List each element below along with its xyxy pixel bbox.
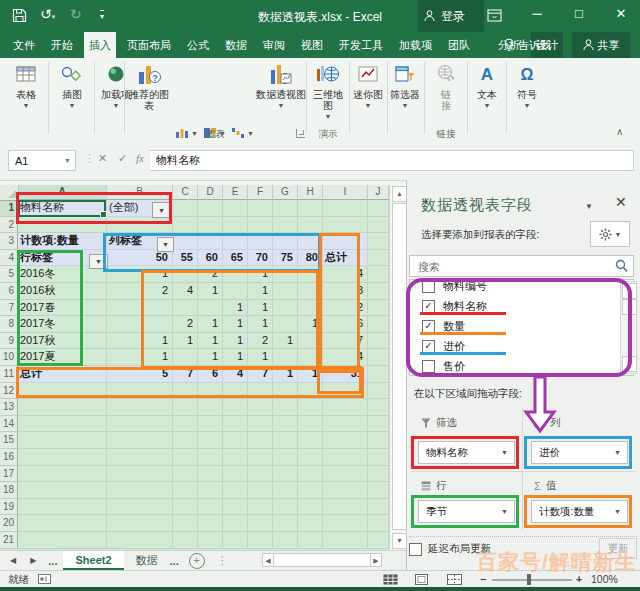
cell-C17[interactable]: [173, 466, 198, 483]
panel-options-caret-icon[interactable]: ▼: [585, 202, 593, 211]
cell-C9[interactable]: 1: [173, 333, 198, 350]
scroll-left-icon[interactable]: ◀: [262, 553, 274, 567]
cell-I16[interactable]: [323, 449, 368, 466]
cell-H13[interactable]: [298, 399, 323, 416]
filter-b1-dropdown-icon[interactable]: ▼: [152, 202, 171, 218]
cell-G18[interactable]: [273, 482, 298, 499]
cell-J2[interactable]: [368, 217, 389, 234]
cell-E19[interactable]: [223, 499, 248, 516]
cell-I10[interactable]: 4: [323, 349, 368, 366]
cell-E18[interactable]: [223, 482, 248, 499]
tab-overflow-left[interactable]: ...: [48, 555, 57, 567]
text-button[interactable]: A 文本▼: [470, 61, 504, 135]
cell-G16[interactable]: [273, 449, 298, 466]
cell-I7[interactable]: 2: [323, 300, 368, 317]
collapse-ribbon-icon[interactable]: ∧: [616, 126, 623, 137]
cell-I6[interactable]: 8: [323, 283, 368, 300]
cell-H11[interactable]: 1: [298, 366, 323, 383]
cell-J15[interactable]: [368, 432, 389, 449]
name-box-caret-icon[interactable]: ▼: [64, 157, 71, 164]
row-header-21[interactable]: 21: [0, 532, 18, 549]
cell-F14[interactable]: [248, 416, 273, 433]
column-header-H[interactable]: H: [298, 185, 323, 200]
ribbon-tab-3[interactable]: 插入: [84, 32, 116, 58]
charts-dialog-launcher-icon[interactable]: [296, 129, 305, 138]
macro-record-icon[interactable]: [38, 574, 51, 584]
cell-J18[interactable]: [368, 482, 389, 499]
row-header-18[interactable]: 18: [0, 482, 18, 499]
field-item-4[interactable]: ✓进价: [410, 336, 633, 356]
cell-F17[interactable]: [248, 466, 273, 483]
cell-D18[interactable]: [198, 482, 223, 499]
cell-H14[interactable]: [298, 416, 323, 433]
cell-F18[interactable]: [248, 482, 273, 499]
cell-I11[interactable]: 31: [323, 366, 368, 383]
cell-C10[interactable]: [173, 349, 198, 366]
select-all-corner[interactable]: [0, 185, 19, 201]
cell-H12[interactable]: [298, 383, 323, 400]
ribbon-tab-9[interactable]: 开发工具: [334, 32, 388, 58]
field-checkbox[interactable]: [422, 360, 435, 373]
row-header-12[interactable]: 12: [0, 383, 18, 400]
cell-G15[interactable]: [273, 432, 298, 449]
cell-A13[interactable]: [18, 399, 107, 416]
tools-button[interactable]: ▼: [590, 221, 630, 247]
ribbon-tab-5[interactable]: 公式: [182, 32, 214, 58]
3d-map-button[interactable]: 三维地图▼: [309, 61, 347, 135]
row-header-14[interactable]: 14: [0, 416, 18, 433]
row-header-8[interactable]: 8: [0, 316, 18, 333]
cell-I9[interactable]: 7: [323, 333, 368, 350]
column-header-J[interactable]: J: [368, 185, 389, 200]
cell-A20[interactable]: [18, 515, 107, 532]
cell-A12[interactable]: [18, 383, 107, 400]
cell-D4[interactable]: 60: [198, 250, 223, 267]
formula-input[interactable]: 物料名称: [150, 150, 634, 171]
cell-F21[interactable]: [248, 532, 273, 549]
cell-G14[interactable]: [273, 416, 298, 433]
cell-C5[interactable]: [173, 266, 198, 283]
cell-F2[interactable]: [248, 217, 273, 234]
column-header-B[interactable]: B: [107, 185, 173, 200]
panel-close-icon[interactable]: ✕: [615, 194, 627, 210]
cell-E3[interactable]: [223, 233, 248, 250]
cell-F9[interactable]: 2: [248, 333, 273, 350]
row-header-17[interactable]: 17: [0, 466, 18, 483]
cell-F11[interactable]: 7: [248, 366, 273, 383]
cell-H20[interactable]: [298, 515, 323, 532]
normal-view-icon[interactable]: [383, 574, 398, 585]
field-item-2[interactable]: ✓物料名称: [410, 296, 633, 316]
cell-I19[interactable]: [323, 499, 368, 516]
share-button[interactable]: 共享: [572, 32, 630, 58]
cell-H19[interactable]: [298, 499, 323, 516]
cell-C18[interactable]: [173, 482, 198, 499]
cell-I13[interactable]: [323, 399, 368, 416]
cell-C21[interactable]: [173, 532, 198, 549]
column-header-G[interactable]: G: [273, 185, 298, 200]
cell-E7[interactable]: 1: [223, 300, 248, 317]
page-break-view-icon[interactable]: [447, 574, 462, 585]
slicers-button[interactable]: 筛选器▼: [388, 61, 422, 135]
cell-B8[interactable]: [107, 316, 173, 333]
cell-G12[interactable]: [273, 383, 298, 400]
cell-J4[interactable]: [368, 250, 389, 267]
cell-D6[interactable]: 1: [198, 283, 223, 300]
cell-J21[interactable]: [368, 532, 389, 549]
cell-I5[interactable]: 4: [323, 266, 368, 283]
cell-B7[interactable]: [107, 300, 173, 317]
column-header-F[interactable]: F: [248, 185, 273, 200]
vertical-scroll-thumb[interactable]: [392, 203, 407, 530]
cell-B17[interactable]: [107, 466, 173, 483]
cell-C4[interactable]: 55: [173, 250, 198, 267]
cell-D15[interactable]: [198, 432, 223, 449]
cell-F4[interactable]: 70: [248, 250, 273, 267]
maximize-button[interactable]: □: [566, 6, 592, 21]
cell-D10[interactable]: 1: [198, 349, 223, 366]
columns-area-field[interactable]: 进价▼: [531, 441, 628, 464]
cell-H6[interactable]: [298, 283, 323, 300]
cell-B5[interactable]: 1: [107, 266, 173, 283]
cell-A9[interactable]: 2017秋: [18, 333, 107, 350]
cell-J16[interactable]: [368, 449, 389, 466]
cell-F19[interactable]: [248, 499, 273, 516]
cell-F15[interactable]: [248, 432, 273, 449]
ribbon-tab-7[interactable]: 审阅: [258, 32, 290, 58]
